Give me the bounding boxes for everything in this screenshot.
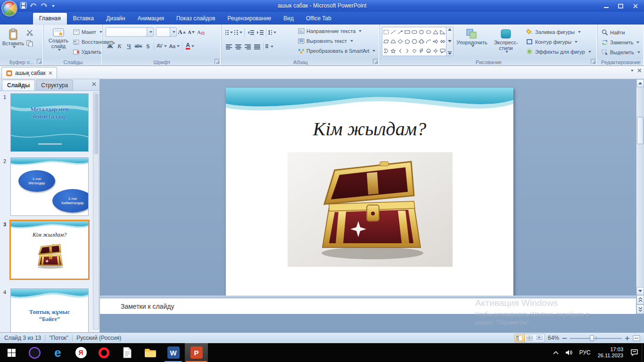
notes-pane[interactable]: Заметки к слайду bbox=[100, 298, 636, 314]
shape-effects-button[interactable]: Эффекты для фигур bbox=[526, 47, 591, 56]
taskbar-edge[interactable]: e bbox=[46, 343, 69, 362]
tab-home[interactable]: Главная bbox=[33, 13, 67, 25]
slide-title[interactable]: Кім жылдам? bbox=[226, 118, 513, 140]
zoom-in-icon[interactable] bbox=[625, 336, 630, 341]
clear-formatting-button[interactable]: A bbox=[196, 28, 205, 37]
italic-button[interactable]: К bbox=[115, 41, 124, 50]
align-center-button[interactable] bbox=[234, 42, 243, 51]
line-spacing-button[interactable] bbox=[268, 28, 277, 37]
slideshow-view-button[interactable] bbox=[535, 334, 545, 342]
shape-fill-button[interactable]: Заливка фигуры bbox=[526, 27, 581, 36]
maximize-button[interactable] bbox=[614, 1, 627, 10]
office-button-icon[interactable] bbox=[2, 1, 17, 16]
panel-tab-slides[interactable]: Слайды bbox=[2, 80, 35, 90]
font-size-combo[interactable] bbox=[156, 27, 177, 37]
bullets-button[interactable] bbox=[224, 28, 233, 37]
tab-review[interactable]: Рецензирование bbox=[222, 13, 278, 25]
replace-button[interactable]: Заменить bbox=[602, 38, 639, 47]
slide-image-treasure-chest[interactable] bbox=[288, 152, 453, 267]
tab-design[interactable]: Дизайн bbox=[100, 13, 131, 25]
slide-sorter-view-button[interactable] bbox=[525, 334, 535, 342]
align-left-button[interactable] bbox=[224, 42, 233, 51]
language-indicator[interactable]: Русский (Россия) bbox=[76, 335, 121, 341]
taskbar-file-explorer[interactable] bbox=[139, 343, 162, 362]
justify-button[interactable] bbox=[253, 42, 262, 51]
select-button[interactable]: Выделить bbox=[602, 48, 640, 57]
current-slide[interactable]: Кім жылдам? bbox=[226, 88, 513, 304]
tab-view[interactable]: Вид bbox=[277, 13, 300, 25]
slide-thumbnail-1[interactable]: Металдар мен бейметалдар bbox=[10, 93, 89, 152]
zoom-out-icon[interactable] bbox=[562, 336, 567, 341]
tray-expand-icon[interactable] bbox=[550, 343, 562, 362]
columns-button[interactable] bbox=[265, 42, 274, 51]
scroll-up-button[interactable] bbox=[636, 79, 644, 87]
decrease-indent-button[interactable] bbox=[246, 28, 255, 37]
tab-animation[interactable]: Анимация bbox=[132, 13, 170, 25]
taskbar-document-app[interactable] bbox=[116, 343, 139, 362]
start-button[interactable] bbox=[0, 343, 23, 362]
convert-smartart-button[interactable]: Преобразовать в SmartArt bbox=[298, 46, 375, 55]
zoom-level[interactable]: 64% bbox=[548, 335, 559, 341]
cut-button[interactable] bbox=[26, 28, 33, 37]
next-slide-button[interactable] bbox=[636, 304, 644, 314]
theme-name[interactable]: "Поток" bbox=[49, 335, 68, 341]
scroll-down-button[interactable] bbox=[636, 287, 644, 295]
minimize-button[interactable] bbox=[599, 1, 613, 10]
paste-button[interactable]: Вставить bbox=[2, 26, 24, 49]
increase-indent-button[interactable] bbox=[256, 28, 264, 37]
taskbar-assistant-app[interactable] bbox=[23, 343, 46, 362]
delete-slide-button[interactable]: Удалить bbox=[73, 47, 101, 56]
shrink-font-button[interactable]: А bbox=[187, 28, 196, 37]
tab-slideshow[interactable]: Показ слайдов bbox=[170, 13, 222, 25]
volume-icon[interactable] bbox=[562, 343, 576, 362]
office-tab-close-icon[interactable] bbox=[637, 68, 642, 73]
fit-to-window-icon[interactable] bbox=[633, 335, 640, 341]
paragraph-dialog-launcher[interactable] bbox=[373, 59, 378, 64]
office-tab-list-icon[interactable] bbox=[631, 70, 634, 72]
strikethrough-button[interactable]: abc bbox=[134, 41, 143, 50]
document-tab[interactable]: ашық сабак bbox=[1, 67, 57, 79]
zoom-slider[interactable] bbox=[570, 334, 622, 342]
tab-insert[interactable]: Вставка bbox=[67, 13, 100, 25]
text-direction-button[interactable]: Направление текста bbox=[298, 26, 362, 35]
text-shadow-button[interactable]: S bbox=[143, 41, 152, 50]
normal-view-button[interactable] bbox=[515, 334, 525, 342]
layout-button[interactable]: Макет bbox=[73, 27, 102, 36]
tab-office-tab[interactable]: Office Tab bbox=[300, 13, 338, 25]
taskbar-opera[interactable] bbox=[92, 343, 116, 362]
drawing-dialog-launcher[interactable] bbox=[591, 59, 596, 64]
previous-slide-button[interactable] bbox=[636, 295, 644, 304]
grow-font-button[interactable]: А bbox=[177, 28, 186, 37]
new-slide-button[interactable]: Создать слайд bbox=[45, 26, 72, 51]
font-family-combo[interactable] bbox=[106, 27, 154, 37]
find-button[interactable]: Найти bbox=[602, 28, 625, 37]
change-case-button[interactable]: Aa bbox=[168, 41, 181, 50]
document-tab-close-icon[interactable] bbox=[49, 71, 52, 75]
character-spacing-button[interactable]: AV bbox=[156, 41, 168, 50]
close-button[interactable] bbox=[628, 1, 642, 10]
action-center-icon[interactable] bbox=[627, 343, 642, 362]
panel-scrollbar[interactable] bbox=[93, 92, 99, 329]
align-text-button[interactable]: Выровнять текст bbox=[298, 36, 353, 45]
quick-styles-button[interactable]: Экспресс-стили bbox=[489, 26, 522, 53]
slide-thumbnail-3-selected[interactable]: Кім жылдам? bbox=[9, 220, 90, 280]
align-right-button[interactable] bbox=[243, 42, 252, 51]
font-color-button[interactable]: А bbox=[184, 41, 196, 50]
clipboard-dialog-launcher[interactable] bbox=[37, 59, 42, 64]
taskbar-powerpoint-active[interactable]: P bbox=[185, 343, 208, 362]
underline-button[interactable]: Ч bbox=[124, 41, 133, 50]
bold-button[interactable]: Ж bbox=[106, 41, 115, 50]
language-switcher[interactable]: РУС bbox=[576, 343, 594, 362]
copy-button[interactable] bbox=[26, 39, 33, 48]
shapes-gallery-scroll[interactable] bbox=[446, 27, 453, 56]
taskbar-word[interactable]: W bbox=[162, 343, 185, 362]
panel-close-icon[interactable] bbox=[92, 82, 96, 86]
shape-outline-button[interactable]: Контур фигуры bbox=[526, 37, 578, 46]
vertical-scrollbar[interactable] bbox=[636, 79, 644, 314]
arrange-button[interactable]: Упорядочить bbox=[456, 26, 487, 48]
panel-tab-outline[interactable]: Структура bbox=[36, 80, 73, 90]
shapes-gallery[interactable] bbox=[382, 27, 454, 56]
slide-thumbnail-2[interactable]: 1-топМеталдар 2-топБейметалдар bbox=[10, 157, 89, 216]
numbering-button[interactable] bbox=[234, 28, 243, 37]
font-dialog-launcher[interactable] bbox=[215, 59, 220, 64]
